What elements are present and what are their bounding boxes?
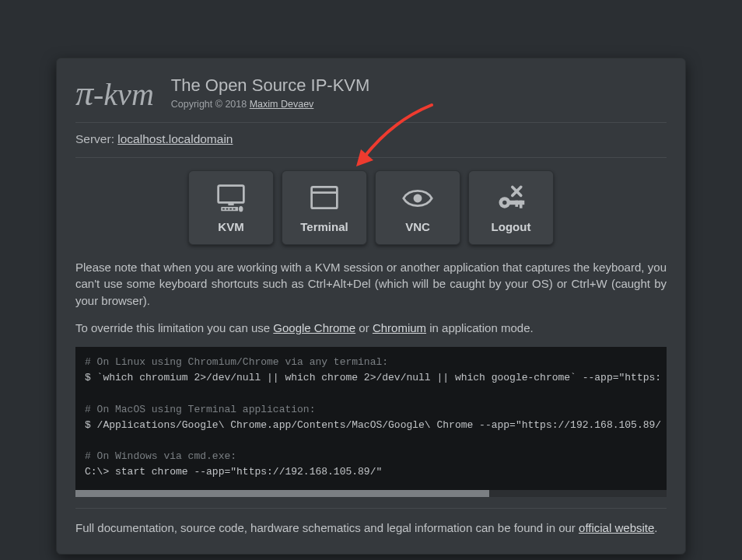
svg-point-14 — [502, 200, 506, 204]
svg-rect-17 — [515, 200, 518, 206]
terminal-label: Terminal — [300, 220, 348, 233]
eye-icon — [401, 183, 435, 214]
code-block[interactable]: # On Linux using Chromium/Chrome via any… — [75, 347, 667, 491]
footer-a: Full documentation, source code, hardwar… — [75, 521, 579, 534]
logout-label: Logout — [492, 220, 531, 233]
svg-rect-1 — [228, 202, 233, 205]
chrome-link[interactable]: Google Chrome — [273, 321, 355, 334]
svg-rect-6 — [233, 208, 236, 209]
logo-pi: π — [75, 73, 93, 113]
svg-rect-0 — [219, 185, 244, 202]
code-comment: # On Linux using Chromium/Chrome via any… — [85, 356, 388, 368]
note-paragraph-2: To override this limitation you can use … — [75, 320, 667, 336]
copyright: Copyright © 2018 Maxim Devaev — [171, 99, 370, 110]
main-panel: π-kvm The Open Source IP-KVM Copyright ©… — [56, 58, 686, 555]
note-paragraph-1: Please note that when you are working wi… — [75, 259, 667, 309]
divider — [75, 122, 667, 123]
vnc-tile[interactable]: VNC — [375, 170, 460, 245]
server-label: Server: — [75, 132, 117, 145]
logo: π-kvm — [75, 74, 154, 111]
note-p2-c: in application mode. — [426, 321, 534, 334]
code-line: $ `which chromium 2>/dev/null || which c… — [85, 372, 661, 383]
kvm-label: KVM — [218, 220, 243, 233]
footer-paragraph: Full documentation, source code, hardwar… — [75, 520, 667, 536]
code-line: C:\> start chrome --app="https://192.168… — [85, 466, 382, 478]
svg-rect-3 — [222, 208, 225, 209]
logout-tile[interactable]: Logout — [468, 170, 554, 245]
divider — [75, 508, 667, 509]
chromium-link[interactable]: Chromium — [373, 321, 426, 334]
official-website-link[interactable]: official website — [579, 521, 654, 534]
header-text: The Open Source IP-KVM Copyright © 2018 … — [171, 74, 370, 110]
divider — [75, 157, 667, 158]
code-scrollbar[interactable] — [75, 490, 667, 497]
svg-rect-4 — [226, 208, 229, 209]
footer-b: . — [654, 521, 657, 534]
author-link[interactable]: Maxim Devaev — [250, 99, 314, 110]
scrollbar-thumb[interactable] — [75, 490, 489, 497]
note-p2-a: To override this limitation you can use — [75, 321, 273, 334]
note-p2-b: or — [355, 321, 373, 334]
page-title: The Open Source IP-KVM — [171, 75, 370, 96]
vnc-label: VNC — [405, 220, 430, 233]
tile-row: KVM Terminal VNC — [75, 170, 667, 245]
kvm-tile[interactable]: KVM — [188, 170, 274, 245]
copyright-prefix: Copyright © 2018 — [171, 99, 250, 110]
svg-rect-5 — [229, 208, 232, 209]
svg-point-7 — [239, 206, 243, 212]
code-line: $ /Applications/Google\ Chrome.app/Conte… — [85, 419, 661, 431]
svg-rect-8 — [312, 187, 338, 208]
monitor-icon — [214, 183, 248, 214]
code-comment: # On Windows via cmd.exe: — [85, 450, 236, 462]
code-comment: # On MacOS using Terminal application: — [85, 404, 315, 415]
terminal-icon — [307, 183, 341, 214]
server-line: Server: localhost.localdomain — [75, 132, 667, 146]
header: π-kvm The Open Source IP-KVM Copyright ©… — [75, 74, 667, 111]
logo-text: -kvm — [93, 77, 154, 112]
terminal-tile[interactable]: Terminal — [282, 170, 367, 245]
svg-point-10 — [414, 194, 422, 202]
logout-key-icon — [494, 183, 528, 214]
server-host-link[interactable]: localhost.localdomain — [117, 132, 233, 145]
svg-rect-16 — [520, 200, 523, 208]
